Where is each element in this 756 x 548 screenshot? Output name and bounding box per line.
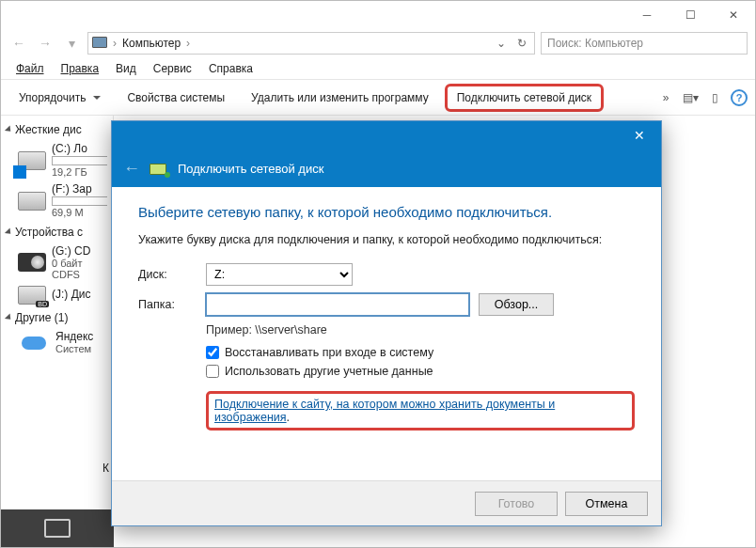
- cloud-icon: [22, 334, 50, 352]
- dialog-body: Выберите сетевую папку, к которой необхо…: [112, 187, 661, 447]
- view-options-icon[interactable]: ▤▾: [682, 89, 699, 106]
- browse-button[interactable]: Обзор...: [479, 293, 554, 316]
- dialog-close-button[interactable]: ✕: [618, 121, 661, 149]
- drive-list: Жесткие дис (C:) Ло 19,2 ГБ (F:) Зар 69,…: [1, 116, 114, 547]
- map-network-drive-button[interactable]: Подключить сетевой диск: [445, 84, 604, 112]
- drive-c-size: 19,2 ГБ: [52, 166, 107, 178]
- uninstall-program-button[interactable]: Удалить или изменить программу: [241, 86, 439, 109]
- folder-input[interactable]: [206, 293, 469, 316]
- breadcrumb-sep: ›: [184, 37, 192, 50]
- window-titlebar: ─ ☐ ✕: [1, 1, 755, 29]
- drive-select[interactable]: Z:: [206, 263, 353, 286]
- menu-bar: Файл Правка Вид Сервис Справка: [1, 57, 755, 80]
- dialog-footer: Готово Отмена: [112, 480, 661, 525]
- address-bar[interactable]: › Компьютер › ⌄ ↻: [87, 32, 535, 55]
- dialog-heading: Выберите сетевую папку, к которой необхо…: [138, 204, 635, 220]
- organize-button[interactable]: Упорядочить: [8, 86, 111, 109]
- group-hard-drives[interactable]: Жесткие дис: [1, 119, 113, 140]
- menu-help[interactable]: Справка: [201, 60, 260, 77]
- drive-g-fs: CDFS: [52, 269, 90, 280]
- folder-label: Папка:: [138, 298, 206, 311]
- toolbar: Упорядочить Свойства системы Удалить или…: [1, 80, 755, 116]
- example-text: Пример: \\server\share: [206, 323, 635, 337]
- yadisk-sub: Систем: [55, 343, 93, 354]
- finish-button[interactable]: Готово: [475, 492, 558, 516]
- map-network-drive-dialog: ✕ ← Подключить сетевой диск Выберите сет…: [111, 120, 662, 526]
- other-credentials-label: Использовать другие учетные данные: [225, 365, 433, 378]
- drive-f-label: (F:) Зар: [52, 183, 107, 196]
- drive-j-label: (J:) Дис: [52, 289, 91, 301]
- hdd-icon: [18, 151, 46, 170]
- drive-c-label: (C:) Ло: [52, 143, 107, 155]
- dialog-titlebar: ✕: [112, 121, 661, 149]
- overflow-chevron-icon[interactable]: »: [657, 89, 674, 106]
- system-properties-button[interactable]: Свойства системы: [117, 86, 235, 109]
- dialog-instruction: Укажите букву диска для подключения и па…: [138, 233, 635, 246]
- address-dropdown-icon[interactable]: ⌄: [493, 37, 510, 50]
- network-drive-icon: [150, 161, 168, 176]
- cd-drive-icon: [18, 253, 46, 272]
- computer-status-icon: [44, 519, 71, 538]
- help-icon[interactable]: ?: [731, 89, 748, 106]
- menu-file[interactable]: Файл: [8, 60, 52, 77]
- nav-back-button[interactable]: ←: [8, 33, 29, 54]
- cancel-button[interactable]: Отмена: [565, 492, 648, 516]
- menu-tools[interactable]: Сервис: [146, 60, 199, 77]
- yadisk-label: Яндекс: [55, 331, 93, 343]
- drive-j[interactable]: (J:) Дис: [1, 283, 113, 307]
- drive-g[interactable]: (G:) CD 0 байт CDFS: [1, 243, 113, 283]
- drive-label: Диск:: [138, 268, 206, 281]
- breadcrumb-sep: ›: [111, 37, 118, 50]
- status-bar: [1, 509, 114, 547]
- other-credentials-checkbox[interactable]: [206, 365, 219, 378]
- refresh-icon[interactable]: ↻: [513, 37, 530, 50]
- menu-view[interactable]: Вид: [108, 60, 144, 77]
- address-row: ← → ▾ › Компьютер › ⌄ ↻ Поиск: Компьютер: [1, 29, 755, 57]
- preview-pane-icon[interactable]: ▯: [706, 89, 723, 106]
- drive-g-size: 0 байт: [52, 258, 90, 269]
- nav-forward-button[interactable]: →: [35, 33, 55, 54]
- yandex-disk[interactable]: Яндекс Систем: [1, 328, 113, 357]
- group-other[interactable]: Другие (1): [1, 307, 113, 328]
- maximize-button[interactable]: ☐: [669, 1, 712, 29]
- minimize-button[interactable]: ─: [625, 1, 669, 29]
- nav-dropdown-button[interactable]: ▾: [61, 33, 82, 54]
- drive-f-size: 69,9 М: [52, 207, 107, 218]
- group-devices[interactable]: Устройства с: [1, 222, 113, 243]
- dialog-back-button[interactable]: ←: [123, 159, 140, 179]
- reconnect-label: Восстанавливать при входе в систему: [225, 346, 433, 359]
- breadcrumb-computer[interactable]: Компьютер: [122, 37, 181, 50]
- drive-f[interactable]: (F:) Зар 69,9 М: [1, 180, 113, 221]
- connect-website-link-box: Подключение к сайту, на котором можно хр…: [206, 391, 635, 431]
- close-button[interactable]: ✕: [712, 1, 755, 29]
- stray-text: К: [102, 462, 109, 475]
- connect-website-link[interactable]: Подключение к сайту, на котором можно хр…: [214, 398, 555, 424]
- menu-edit[interactable]: Правка: [54, 60, 107, 77]
- search-placeholder: Поиск: Компьютер: [547, 37, 643, 50]
- search-input[interactable]: Поиск: Компьютер: [541, 32, 748, 55]
- drive-g-label: (G:) CD: [52, 245, 90, 258]
- dialog-header: ← Подключить сетевой диск: [112, 149, 661, 187]
- dialog-title: Подключить сетевой диск: [178, 162, 323, 176]
- bd-drive-icon: [18, 286, 46, 305]
- drive-c[interactable]: (C:) Ло 19,2 ГБ: [1, 140, 113, 180]
- computer-icon: [92, 37, 107, 48]
- reconnect-checkbox[interactable]: [206, 346, 219, 359]
- hdd-icon: [18, 192, 46, 211]
